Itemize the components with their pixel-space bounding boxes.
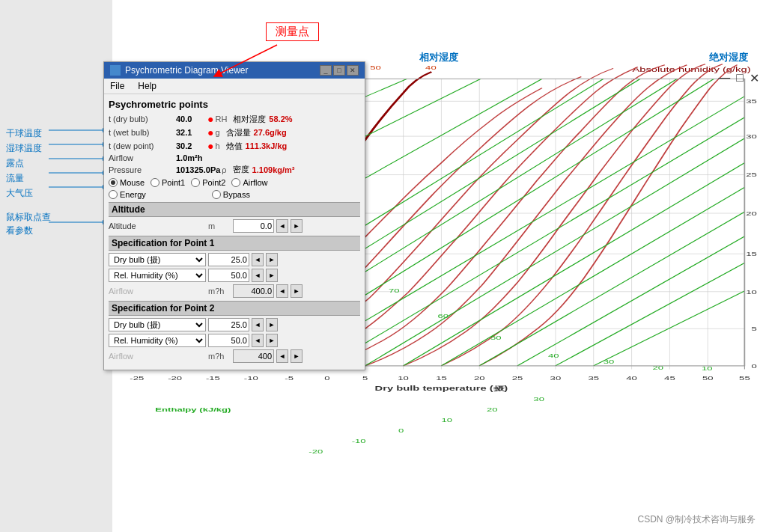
menu-help[interactable]: Help (135, 80, 159, 92)
radio-point2[interactable]: Point2 (191, 178, 225, 187)
point2-rh-row: Rel. Humidity (%) ◄ ► (109, 334, 360, 347)
rh-label: 相对湿度 (233, 114, 266, 125)
rh-curve-40: 40 (548, 352, 559, 358)
enthalpy-label-neg10: -10 (352, 438, 366, 444)
radio-point1[interactable]: Point1 (151, 178, 185, 187)
y-0: 0 (752, 363, 757, 369)
point2-rh-input[interactable] (208, 334, 249, 347)
point1-airflow-unit: m?h (208, 287, 231, 296)
annotation-dry-bulb: 干球温度 (6, 127, 42, 140)
point1-rh-input[interactable] (208, 269, 249, 282)
radio-bypass-label: Bypass (223, 190, 250, 199)
x-0: 0 (324, 375, 329, 381)
altitude-label: Altitude (109, 221, 206, 230)
titlebar-buttons: _ □ ✕ (320, 65, 359, 76)
y-35: 35 (746, 98, 757, 104)
altitude-dec-btn[interactable]: ◄ (276, 219, 288, 233)
minimize-button[interactable]: — (718, 71, 730, 85)
pressure-row: Pressure 101325.0Pa ρ 密度 1.109kg/m³ (109, 164, 360, 175)
altitude-unit: m (208, 221, 231, 230)
radio-bypass[interactable]: Bypass (212, 190, 250, 199)
radio-energy-label: Energy (120, 190, 146, 199)
radio-airflow[interactable]: Airflow (231, 178, 267, 187)
airflow-row: Airflow 1.0m²h (109, 153, 360, 162)
point2-drybulb-select[interactable]: Dry bulb (摄) (109, 318, 206, 331)
x-15: 15 (436, 375, 447, 381)
density-value: 1.109kg/m³ (252, 165, 295, 174)
point2-airflow-inc[interactable]: ► (291, 349, 303, 363)
point2-rh-inc[interactable]: ► (266, 334, 278, 347)
rh-curve-20: 20 (652, 364, 663, 370)
point1-rh-select[interactable]: Rel. Humidity (%) (109, 269, 206, 282)
point1-rh-dec[interactable]: ◄ (252, 269, 264, 282)
annotation-dew-point: 露点 (6, 157, 24, 170)
svg-line-6 (217, 45, 277, 75)
point2-airflow-dec[interactable]: ◄ (276, 349, 288, 363)
dry-bulb-row: t (dry bulb) 40.0 ● RH 相对湿度 58.2% (109, 113, 360, 125)
rh-curve-60: 60 (438, 313, 449, 319)
point2-airflow-input[interactable] (233, 349, 274, 363)
annotation-wet-bulb: 湿球温度 (6, 142, 42, 155)
point1-drybulb-select[interactable]: Dry bulb (摄) (109, 253, 206, 266)
y-20: 20 (746, 210, 757, 216)
dialog-body: Psychrometric points t (dry bulb) 40.0 ●… (104, 94, 365, 370)
annotation-mouse-label2: 看参数 (6, 224, 33, 237)
rh-curve-70: 70 (389, 287, 400, 293)
pressure-label: Pressure (109, 165, 176, 174)
dialog-close[interactable]: ✕ (347, 65, 359, 76)
rh-value: 58.2% (269, 114, 292, 123)
altitude-inc-btn[interactable]: ► (291, 219, 303, 233)
left-annotations: 干球温度 湿球温度 露点 流量 大气压 鼠标取点查 看参数 (0, 0, 120, 532)
dew-point-label: t (dew point) (109, 141, 176, 150)
point1-rh-row: Rel. Humidity (%) ◄ ► (109, 269, 360, 282)
menu-file[interactable]: File (107, 80, 127, 92)
point2-rh-select[interactable]: Rel. Humidity (%) (109, 334, 206, 347)
point1-rh-inc[interactable]: ► (266, 269, 278, 282)
point2-drybulb-dec[interactable]: ◄ (252, 318, 264, 331)
radio-energy[interactable]: Energy (109, 190, 146, 199)
point2-drybulb-input[interactable] (208, 318, 249, 331)
radio-point2-circle (191, 178, 200, 187)
point2-drybulb-inc[interactable]: ► (266, 318, 278, 331)
close-button[interactable]: ✕ (750, 71, 759, 85)
point1-drybulb-dec[interactable]: ◄ (252, 253, 264, 266)
x--5: -5 (285, 375, 294, 381)
x-45: 45 (664, 375, 675, 381)
enthalpy-value: 111.3kJ/kg (246, 141, 288, 150)
point1-airflow-inc[interactable]: ► (291, 284, 303, 298)
dew-point-row: t (dew point) 30.2 ● h 焓值 111.3kJ/kg (109, 140, 360, 152)
altitude-input[interactable] (233, 219, 274, 233)
dew-point-icon: ● (207, 140, 213, 152)
radio-airflow-circle (231, 178, 240, 187)
enthalpy-label-10: 10 (441, 417, 452, 423)
point1-airflow-dec[interactable]: ◄ (276, 284, 288, 298)
point1-drybulb-inc[interactable]: ► (266, 253, 278, 266)
wet-bulb-icon: ● (207, 126, 213, 138)
x-25: 25 (512, 375, 523, 381)
y-30: 30 (746, 133, 757, 139)
point1-drybulb-input[interactable] (208, 253, 249, 266)
psychrometric-dialog: Psychrometric Diagram Viewer _ □ ✕ File … (103, 61, 365, 370)
dialog-minimize[interactable]: _ (320, 65, 332, 76)
radio-bypass-circle (212, 190, 221, 199)
y-10: 10 (746, 289, 757, 295)
radio-mouse[interactable]: Mouse (109, 178, 145, 187)
psychrometric-points-title: Psychrometric points (109, 99, 360, 110)
altitude-row: Altitude m ◄ ► (109, 219, 360, 233)
point2-rh-dec[interactable]: ◄ (252, 334, 264, 347)
ceiliang-text: 测量点 (276, 25, 309, 37)
x--20: -20 (168, 375, 182, 381)
radio-energy-circle (109, 190, 118, 199)
point1-airflow-row: Airflow m?h ◄ ► (109, 284, 360, 298)
airflow-label: Airflow (109, 153, 176, 162)
rh-curve-30: 30 (604, 358, 615, 364)
enthalpy-label-30: 30 (533, 396, 544, 402)
point1-airflow-input[interactable] (233, 284, 274, 298)
maximize-button[interactable]: □ (736, 71, 744, 85)
altitude-section-header: Altitude (109, 202, 360, 217)
radio-airflow-label: Airflow (243, 178, 267, 187)
humidity-ratio-value: 27.6g/kg (254, 128, 287, 137)
point2-airflow-row: Airflow m?h ◄ ► (109, 349, 360, 363)
y-25: 25 (746, 171, 757, 177)
dialog-maximize[interactable]: □ (333, 65, 345, 76)
